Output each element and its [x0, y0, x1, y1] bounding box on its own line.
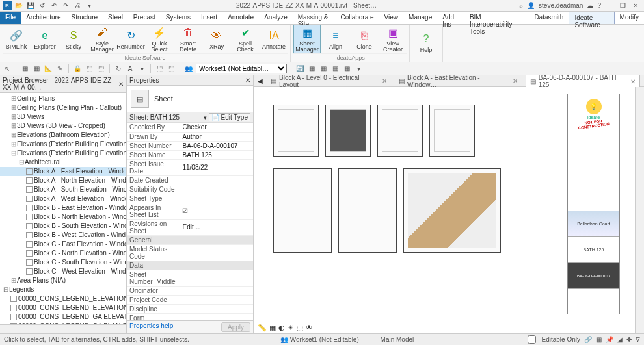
qat-sync-icon[interactable]: ↺	[38, 1, 47, 10]
workset-status[interactable]: Workset1 (Not Editable)	[290, 336, 359, 343]
tab-nav-left-icon[interactable]: ◀	[258, 77, 263, 84]
opt-icon[interactable]: 🔒	[73, 64, 82, 73]
tab-analyze[interactable]: Analyze	[259, 12, 293, 24]
tree-node[interactable]: Block B - East Elevation - Windo…	[0, 203, 126, 212]
tab-systems[interactable]: Systems	[161, 12, 196, 24]
expand-icon[interactable]: ⊞	[10, 103, 17, 112]
opt-icon[interactable]: ✎	[55, 64, 64, 73]
tab-steel[interactable]: Steel	[103, 12, 128, 24]
expand-icon[interactable]: ⊞	[10, 276, 17, 285]
annotate-button[interactable]: IAAnnotate	[260, 25, 288, 53]
xray-button[interactable]: 👁XRay	[203, 25, 230, 53]
expand-icon[interactable]: ⊟	[10, 149, 17, 158]
prop-value[interactable]	[180, 313, 253, 320]
plan-view[interactable]	[338, 168, 397, 253]
expand-icon[interactable]: ⊞	[10, 121, 17, 131]
opt-icon[interactable]: ▾	[137, 64, 146, 73]
elevation-view[interactable]	[429, 105, 475, 157]
tab-bim-interoperability-tools[interactable]: BIM Interoperability Tools	[464, 12, 529, 24]
select-underlay-icon[interactable]: ▦	[596, 336, 602, 343]
prop-value[interactable]	[180, 185, 253, 194]
restore-button[interactable]: ❐	[617, 2, 628, 9]
explorer-button[interactable]: eExplorer	[31, 25, 59, 53]
expand-icon[interactable]: ⊞	[10, 140, 17, 149]
tab-massing-site[interactable]: Massing & Site	[293, 12, 336, 24]
minimize-button[interactable]: —	[604, 2, 615, 9]
editable-only-checkbox[interactable]	[528, 335, 536, 344]
detail-icon[interactable]: ▦	[269, 324, 276, 332]
project-browser-hscroll[interactable]	[0, 324, 126, 333]
tree-node[interactable]: Block B - North Elevation - Windo…	[0, 212, 126, 222]
opt-icon[interactable]: ⬚	[155, 64, 164, 73]
help-icon[interactable]: ?	[597, 2, 601, 9]
tab-modify[interactable]: Modify	[615, 12, 644, 24]
opt-icon[interactable]: ▦	[342, 64, 351, 73]
view-creator-button[interactable]: ▣View Creator	[379, 25, 407, 53]
tree-node[interactable]: Block A - West Elevation - Windo…	[0, 194, 126, 203]
opt-icon[interactable]: 🔄	[295, 64, 304, 73]
model-status[interactable]: Main Model	[381, 336, 414, 343]
prop-value[interactable]	[180, 295, 253, 304]
tree-node[interactable]: ⊞Ceiling Plans	[0, 94, 126, 103]
3d-view[interactable]	[403, 168, 501, 253]
prop-value[interactable]	[180, 304, 253, 313]
tree-node[interactable]: ⊟Legends	[0, 285, 126, 294]
tab-precast[interactable]: Precast	[128, 12, 161, 24]
tab-view[interactable]: View	[379, 12, 404, 24]
opt-icon[interactable]: 📐	[44, 64, 53, 73]
tab-close-icon[interactable]: ✕	[513, 77, 518, 84]
user-avatar-icon[interactable]: 👤	[527, 2, 535, 9]
prop-value[interactable]	[180, 244, 253, 261]
tab-close-icon[interactable]: ✕	[630, 78, 636, 85]
tree-node[interactable]: 00000_CONS_LEGEND_GA ELEVATION SY…	[0, 313, 126, 322]
tab-file[interactable]: File	[0, 12, 21, 24]
tree-node[interactable]: Block C - North Elevation - Windo…	[0, 249, 126, 258]
prop-value[interactable]: Edit…	[180, 219, 253, 235]
quick-select-button[interactable]: ⚡Quick Select	[146, 25, 173, 53]
tab-architecture[interactable]: Architecture	[21, 12, 66, 24]
reveal-icon[interactable]: 👁	[306, 324, 313, 332]
qat-open-icon[interactable]: 📂	[14, 1, 23, 10]
tree-node[interactable]: Block B - South Elevation - Windo…	[0, 222, 126, 231]
tab-insert[interactable]: Insert	[196, 12, 222, 24]
tree-node[interactable]: Block A - East Elevation - Windo…	[0, 167, 126, 176]
select-face-icon[interactable]: ◢	[617, 336, 623, 343]
select-pinned-icon[interactable]: 📌	[606, 336, 613, 343]
crop-icon[interactable]: ⬚	[297, 324, 303, 332]
tree-node[interactable]: ⊞Area Plans (NIA)	[0, 276, 126, 285]
tree-node[interactable]: Block C - South Elevation - Wind…	[0, 258, 126, 267]
tree-node[interactable]: ⊟Architectural	[0, 158, 126, 167]
prop-value[interactable]	[180, 270, 253, 286]
properties-type-selector[interactable]: ▤ Sheet	[127, 86, 253, 112]
renumber-button[interactable]: ↻ReNumber	[117, 25, 144, 53]
style-manager-button[interactable]: 🖌Style Manager	[88, 25, 116, 53]
workset-status-icon[interactable]: 👥	[280, 336, 288, 343]
prop-value[interactable]	[180, 286, 253, 295]
edit-type-button[interactable]: 📄 Edit Type	[209, 113, 250, 121]
sheet-manager-button[interactable]: ▦Sheet Manager	[293, 25, 321, 53]
opt-icon[interactable]: ⬚	[167, 64, 176, 73]
prop-value[interactable]: Checker	[180, 123, 253, 132]
close-button[interactable]: ✕	[630, 2, 641, 9]
tree-node[interactable]: ⊞3D Views	[0, 112, 126, 121]
cloud-icon[interactable]: ☁	[587, 2, 593, 9]
plan-view[interactable]	[273, 168, 332, 253]
clone-button[interactable]: ⎘Clone	[351, 25, 378, 53]
select-links-icon[interactable]: 🔗	[584, 336, 592, 343]
panel-close-icon[interactable]: ✕	[245, 77, 250, 84]
tree-node[interactable]: 00000_CONS_LEGEND_ELEVATIONS GEN…	[0, 303, 126, 313]
panel-close-icon[interactable]: ✕	[118, 81, 124, 88]
prop-value[interactable]: BA-06-D-A-000107	[180, 141, 253, 150]
modify-icon[interactable]: ↖	[3, 64, 12, 73]
opt-icon[interactable]: ⬚	[96, 64, 105, 73]
workset-dropdown[interactable]: Workset1 (Not Editabl…	[196, 64, 287, 73]
tree-node[interactable]: ⊞Elevations (Bathroom Elevation)	[0, 131, 126, 140]
tab-datasmith[interactable]: Datasmith	[529, 12, 569, 24]
drawing-canvas[interactable]: 💡 ideate NOT FOR CONSTRUCTION Bellarthan…	[254, 87, 635, 333]
drag-icon[interactable]: ✥	[626, 336, 632, 343]
tree-node[interactable]: 00000_CONS_LEGEND_ELEVATIONS GEN…	[0, 294, 126, 303]
workset-icon[interactable]: 👥	[184, 64, 193, 73]
smart-delete-button[interactable]: 🗑Smart Delete	[174, 25, 202, 53]
prop-value[interactable]: 11/08/22	[180, 159, 253, 175]
properties-help-link[interactable]: Properties help	[129, 322, 173, 332]
